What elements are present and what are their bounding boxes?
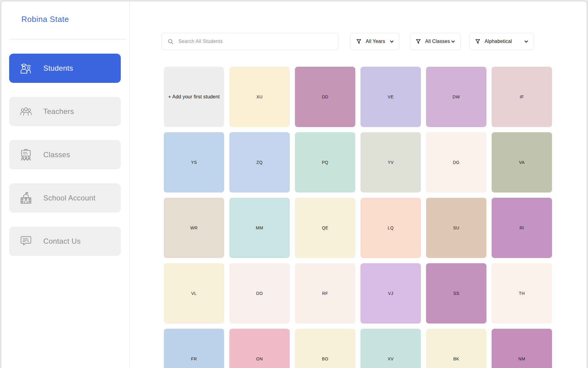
add-first-student-button[interactable]: + Add your first student	[164, 67, 224, 127]
funnel-icon	[415, 39, 421, 44]
sidebar-item-classes[interactable]: Classes	[9, 140, 121, 169]
school-account-icon	[19, 191, 33, 205]
student-card[interactable]: ON	[229, 329, 290, 368]
student-card[interactable]: BO	[295, 329, 355, 368]
student-card[interactable]: DW	[426, 67, 486, 127]
student-card[interactable]: VL	[164, 263, 224, 324]
classes-icon	[19, 148, 33, 162]
student-card[interactable]: PQ	[295, 132, 355, 193]
student-card[interactable]: RF	[295, 263, 355, 324]
school-name: Robina State	[21, 15, 69, 24]
chevron-down-icon	[451, 39, 455, 44]
student-card[interactable]: TH	[492, 263, 552, 324]
sidebar-divider	[9, 39, 126, 39]
student-card[interactable]: IF	[492, 67, 552, 127]
contact-icon	[19, 234, 33, 248]
sidebar-item-label: Contact Us	[43, 237, 81, 246]
filter-label: All Years	[366, 39, 385, 44]
filter-label: Alphabetical	[485, 39, 512, 44]
student-card[interactable]: YS	[164, 132, 224, 193]
sidebar-item-contact-us[interactable]: Contact Us	[9, 227, 121, 256]
student-card[interactable]: WR	[164, 198, 224, 258]
sidebar-item-school-account[interactable]: School Account	[9, 183, 121, 213]
sidebar-item-label: Teachers	[43, 107, 74, 116]
student-card[interactable]: NM	[492, 329, 552, 368]
search-icon	[168, 39, 174, 44]
filter-sort-alphabetical[interactable]: Alphabetical	[469, 33, 534, 50]
app-window: Robina State Students	[1, 1, 587, 368]
student-card[interactable]: SU	[426, 198, 486, 258]
chevron-down-icon	[389, 39, 394, 44]
sidebar-item-students[interactable]: Students	[9, 54, 121, 83]
filter-label: All Classes	[425, 39, 450, 44]
student-card[interactable]: BK	[426, 329, 486, 368]
student-card[interactable]: DO	[229, 263, 290, 324]
student-card[interactable]: VE	[360, 67, 421, 127]
funnel-icon	[356, 39, 362, 44]
student-card[interactable]: DG	[426, 132, 486, 193]
student-card[interactable]: YV	[360, 132, 421, 193]
sidebar-item-teachers[interactable]: Teachers	[9, 97, 121, 126]
student-card[interactable]: VA	[492, 132, 552, 193]
filter-all-years[interactable]: All Years	[350, 33, 400, 50]
sidebar: Robina State Students	[1, 1, 130, 368]
search-input[interactable]	[178, 38, 332, 44]
students-icon	[19, 61, 33, 75]
chevron-down-icon	[524, 39, 529, 44]
filter-all-classes[interactable]: All Classes	[410, 33, 461, 50]
sidebar-nav: Students Teachers	[9, 54, 121, 256]
student-card[interactable]: LQ	[360, 198, 421, 258]
search-box[interactable]	[161, 33, 338, 50]
student-card[interactable]: FR	[164, 329, 224, 368]
student-card[interactable]: RI	[492, 198, 552, 258]
sidebar-item-label: Classes	[43, 150, 70, 159]
sidebar-item-label: Students	[43, 64, 73, 73]
student-card[interactable]: MM	[229, 198, 290, 258]
student-card[interactable]: QE	[295, 198, 355, 258]
student-card[interactable]: ZQ	[229, 132, 290, 193]
student-card[interactable]: XV	[360, 329, 421, 368]
student-card[interactable]: XU	[229, 67, 290, 127]
funnel-icon	[475, 39, 481, 44]
student-grid: + Add your first student XUDDVEDWIFYSZQP…	[164, 67, 552, 368]
student-card[interactable]: VJ	[360, 263, 421, 324]
teachers-icon	[19, 104, 33, 119]
student-card[interactable]: DD	[295, 67, 355, 127]
sidebar-item-label: School Account	[43, 194, 95, 202]
student-card[interactable]: SS	[426, 263, 486, 324]
